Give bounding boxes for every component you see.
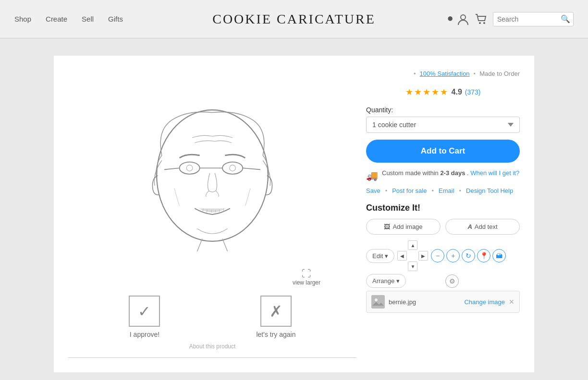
view-larger-button[interactable]: ⛶ view larger — [293, 268, 320, 286]
search-input[interactable] — [496, 14, 559, 24]
design-tool-link[interactable]: Design Tool Help — [466, 187, 513, 194]
satisfaction-bar: • 100% Satisfaction • Made to Order — [366, 70, 520, 77]
svg-line-9 — [164, 168, 180, 169]
search-icon[interactable]: 🔍 — [561, 14, 570, 24]
rating-number: 4.9 — [452, 88, 462, 96]
delivery-info: Custom made within 2-3 days . When will … — [382, 169, 519, 177]
view-larger-label: view larger — [293, 279, 320, 286]
user-icon[interactable]: ● — [447, 12, 470, 25]
image-name: bernie.jpg — [389, 298, 460, 306]
about-divider-wrapper: About this product — [68, 348, 356, 358]
when-link[interactable]: When will I get it? — [470, 169, 519, 177]
arrange-label: Arrange — [372, 277, 394, 285]
close-image-button[interactable]: ✕ — [509, 298, 514, 306]
svg-line-10 — [243, 168, 260, 169]
location-button[interactable]: 📍 — [477, 249, 490, 262]
main-container: ⛶ view larger ✓ I approve! ✗ let's try a… — [54, 56, 534, 372]
arrow-up-button[interactable]: ▲ — [408, 240, 417, 250]
change-image-button[interactable]: Change image — [464, 298, 505, 306]
svg-point-5 — [186, 165, 193, 171]
truck-icon: 🚚 — [366, 170, 378, 181]
add-image-button[interactable]: 🖼 Add image — [366, 219, 441, 235]
arrow-down-button[interactable]: ▼ — [408, 261, 417, 271]
cart-icon[interactable] — [475, 12, 488, 25]
product-image — [135, 80, 289, 272]
customize-buttons: 🖼 Add image A Add text — [366, 219, 520, 235]
quantity-label: Quantity: — [366, 106, 520, 114]
arrange-button[interactable]: Arrange ▾ — [366, 274, 406, 288]
svg-point-1 — [479, 22, 481, 24]
dot-separator: • — [414, 70, 416, 77]
image-tag: bernie.jpg Change image ✕ — [366, 291, 520, 313]
navigation: Shop Create Sell Gifts COOKIE CARICATURE… — [0, 0, 588, 38]
svg-point-2 — [483, 22, 485, 24]
about-label: About this product — [184, 343, 241, 350]
nav-create[interactable]: Create — [46, 15, 67, 23]
delivery-days: 2-3 days — [440, 169, 465, 177]
rating-count[interactable]: (373) — [465, 88, 481, 96]
action-links: Save • Post for sale • Email • Design To… — [366, 187, 520, 194]
zoom-out-button[interactable]: − — [431, 249, 444, 262]
made-to-order-label: Made to Order — [479, 70, 520, 77]
customize-title: Customize It! — [366, 203, 520, 213]
reject-button[interactable]: ✗ — [260, 296, 292, 327]
image-icon: 🖼 — [384, 223, 390, 230]
dot-separator2: • — [474, 70, 476, 77]
reject-item: ✗ let's try again — [256, 296, 295, 338]
text-icon: A — [467, 223, 472, 230]
edit-label: Edit — [372, 252, 383, 260]
settings-button[interactable]: ⚙ — [445, 274, 459, 288]
zoom-in-button[interactable]: + — [446, 249, 460, 262]
approve-button[interactable]: ✓ — [129, 296, 160, 327]
approve-label: I approve! — [130, 331, 159, 338]
toolbar-row: Edit ▾ ▲ ◀ ▶ ▼ − + ↻ — [366, 240, 520, 271]
svg-point-7 — [230, 165, 236, 171]
rating-row: ★★★★★ 4.9 (373) — [366, 87, 520, 97]
product-left: ⛶ view larger ✓ I approve! ✗ let's try a… — [68, 65, 356, 358]
arrow-right-button[interactable]: ▶ — [418, 251, 428, 261]
star-rating: ★★★★★ — [405, 87, 449, 97]
nav-gifts[interactable]: Gifts — [108, 15, 123, 23]
svg-point-6 — [222, 162, 243, 174]
svg-point-4 — [180, 162, 200, 174]
approve-item: ✓ I approve! — [129, 296, 160, 338]
landscape-button[interactable]: 🏔 — [492, 249, 506, 262]
edit-chevron-icon: ▾ — [385, 252, 388, 260]
reject-label: let's try again — [256, 331, 295, 338]
post-for-sale-link[interactable]: Post for sale — [392, 187, 427, 194]
site-title: COOKIE CARICATURE — [201, 12, 387, 27]
satisfaction-link[interactable]: 100% Satisfaction — [420, 70, 470, 77]
svg-point-3 — [157, 110, 268, 241]
svg-point-0 — [461, 15, 466, 20]
product-right: • 100% Satisfaction • Made to Order ★★★★… — [356, 65, 520, 358]
add-to-cart-button[interactable]: Add to Cart — [366, 140, 520, 163]
arrange-chevron-icon: ▾ — [396, 277, 400, 285]
nav-right: ● 🔍 — [387, 12, 574, 26]
quantity-select[interactable]: 1 cookie cutter — [366, 117, 520, 133]
nav-shop[interactable]: Shop — [14, 15, 31, 23]
nav-sell[interactable]: Sell — [82, 15, 94, 23]
delivery-row: 🚚 Custom made within 2-3 days . When wil… — [366, 169, 520, 181]
rotate-button[interactable]: ↻ — [462, 249, 475, 262]
svg-rect-19 — [371, 295, 385, 309]
svg-line-18 — [222, 239, 228, 251]
image-thumbnail — [371, 295, 385, 309]
nav-links: Shop Create Sell Gifts — [14, 15, 201, 23]
tool-icons: − + ↻ 📍 🏔 — [431, 249, 506, 262]
edit-button[interactable]: Edit ▾ — [366, 249, 394, 263]
expand-icon: ⛶ — [302, 268, 311, 279]
nav-arrows: ▲ ◀ ▶ ▼ — [397, 240, 428, 271]
toolbar-row-2: Arrange ▾ ⚙ — [366, 274, 520, 288]
svg-line-17 — [197, 239, 202, 251]
approve-section: ✓ I approve! ✗ let's try again — [78, 296, 347, 338]
product-image-area: ⛶ view larger — [104, 65, 320, 286]
svg-point-20 — [375, 298, 378, 301]
add-text-button[interactable]: A Add text — [445, 219, 520, 235]
arrow-left-button[interactable]: ◀ — [397, 251, 407, 261]
email-link[interactable]: Email — [439, 187, 454, 194]
save-link[interactable]: Save — [366, 187, 380, 194]
